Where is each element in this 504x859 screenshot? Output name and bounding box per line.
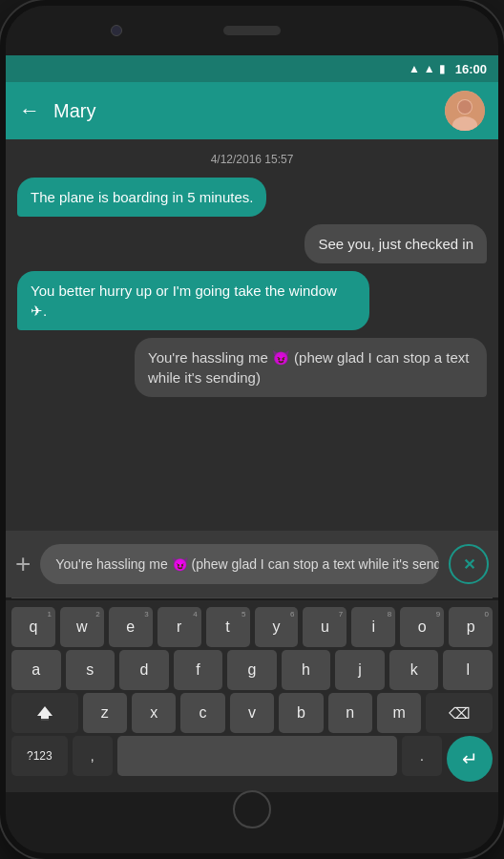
sent-bubble-2: You better hurry up or I'm going take th… (17, 271, 369, 330)
key-f[interactable]: f (174, 650, 223, 690)
keyboard-row-2: a s d f g h j k l (11, 650, 493, 690)
key-m[interactable]: m (377, 693, 421, 733)
wifi-icon: ▲ (409, 62, 420, 75)
key-h[interactable]: h (282, 650, 331, 690)
key-v[interactable]: v (230, 693, 274, 733)
key-shift[interactable] (11, 693, 78, 733)
contact-name: Mary (53, 100, 431, 122)
key-y[interactable]: 6y (255, 607, 299, 647)
svg-rect-5 (41, 719, 49, 721)
avatar-image (445, 91, 485, 131)
keyboard-row-1: 1q 2w 3e 4r 5t 6y 7u 8i 9o 0p (11, 607, 493, 647)
message-input[interactable]: You're hassling me 😈 (phew glad I can st… (40, 544, 439, 584)
key-a[interactable]: a (11, 650, 61, 690)
message-row-sent-1: The plane is boarding in 5 minutes. (17, 178, 487, 217)
keyboard: 1q 2w 3e 4r 5t 6y 7u 8i 9o 0p a s d f g … (6, 600, 498, 792)
battery-icon: ▮ (439, 62, 446, 75)
phone-camera (111, 25, 122, 36)
key-b[interactable]: b (279, 693, 323, 733)
svg-marker-4 (37, 706, 52, 721)
keyboard-divider (11, 597, 493, 598)
key-s[interactable]: s (66, 650, 116, 690)
key-g[interactable]: g (227, 650, 277, 690)
phone-speaker (223, 26, 281, 35)
key-q[interactable]: 1q (11, 607, 55, 647)
phone-frame: ▲ ▲ ▮ 16:00 ← Mary 4/12/2016 15:57 The p (0, 0, 504, 859)
received-bubble-1: See you, just checked in (304, 224, 487, 263)
cancel-send-button[interactable]: ✕ (449, 544, 489, 584)
status-icons: ▲ ▲ ▮ (409, 62, 446, 75)
message-timestamp: 4/12/2016 15:57 (17, 153, 487, 166)
sent-bubble-1: The plane is boarding in 5 minutes. (17, 178, 266, 217)
key-x[interactable]: x (132, 693, 176, 733)
phone-bottom (6, 792, 498, 827)
input-value: You're hassling me 😈 (phew glad I can st… (55, 556, 439, 572)
keyboard-row-3: z x c v b n m ⌫ (11, 693, 493, 733)
message-row-received-1: See you, just checked in (17, 224, 487, 263)
key-u[interactable]: 7u (303, 607, 346, 647)
key-k[interactable]: k (389, 650, 439, 690)
keyboard-bottom-row: ?123 , . ↵ (11, 736, 493, 782)
key-space[interactable] (117, 736, 397, 776)
sending-bubble: You're hassling me 😈 (phew glad I can st… (135, 338, 487, 397)
key-c[interactable]: c (180, 693, 224, 733)
home-button[interactable] (233, 790, 271, 828)
key-l[interactable]: l (443, 650, 493, 690)
chat-body: 4/12/2016 15:57 The plane is boarding in… (6, 139, 498, 531)
signal-icon: ▲ (424, 62, 435, 75)
key-d[interactable]: d (119, 650, 169, 690)
key-j[interactable]: j (335, 650, 385, 690)
add-button[interactable]: + (15, 551, 31, 577)
key-t[interactable]: 5t (206, 607, 250, 647)
svg-point-3 (458, 100, 472, 114)
key-numbers[interactable]: ?123 (11, 736, 68, 776)
phone-top-bar (6, 6, 498, 55)
key-p[interactable]: 0p (449, 607, 493, 647)
avatar[interactable] (445, 91, 485, 131)
cancel-icon: ✕ (463, 555, 475, 574)
key-w[interactable]: 2w (60, 607, 104, 647)
key-e[interactable]: 3e (109, 607, 153, 647)
key-enter[interactable]: ↵ (447, 736, 493, 782)
back-button[interactable]: ← (19, 98, 40, 123)
key-z[interactable]: z (83, 693, 127, 733)
key-o[interactable]: 9o (400, 607, 444, 647)
input-area: + You're hassling me 😈 (phew glad I can … (6, 531, 498, 597)
message-row-sent-2: You better hurry up or I'm going take th… (17, 271, 487, 330)
key-i[interactable]: 8i (351, 607, 395, 647)
key-dot[interactable]: . (402, 736, 442, 776)
key-n[interactable]: n (328, 693, 372, 733)
status-bar: ▲ ▲ ▮ 16:00 (6, 55, 498, 82)
chat-header: ← Mary (6, 82, 498, 139)
message-row-sending: You're hassling me 😈 (phew glad I can st… (17, 338, 487, 397)
status-time: 16:00 (455, 62, 487, 76)
key-comma[interactable]: , (73, 736, 113, 776)
key-r[interactable]: 4r (158, 607, 201, 647)
key-del[interactable]: ⌫ (426, 693, 493, 733)
